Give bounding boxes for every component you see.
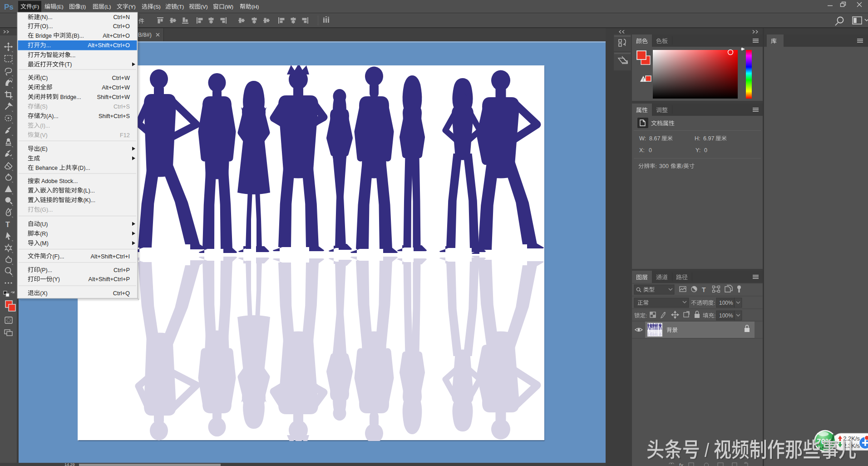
svg-text:2.2K/s: 2.2K/s [843, 435, 860, 442]
svg-text:/: / [700, 440, 714, 461]
